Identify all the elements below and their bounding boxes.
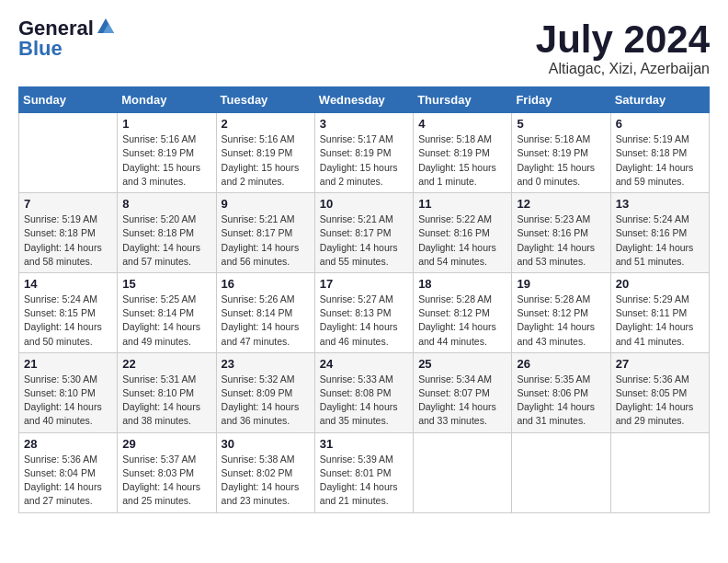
day-number: 8 — [122, 197, 210, 211]
day-info: Sunrise: 5:20 AM Sunset: 8:18 PM Dayligh… — [122, 213, 210, 269]
day-number: 13 — [616, 197, 704, 211]
calendar-week-3: 14Sunrise: 5:24 AM Sunset: 8:15 PM Dayli… — [19, 272, 710, 352]
day-number: 4 — [418, 117, 506, 131]
day-info: Sunrise: 5:21 AM Sunset: 8:17 PM Dayligh… — [320, 213, 408, 269]
day-number: 3 — [320, 117, 408, 131]
day-header-tuesday: Tuesday — [216, 87, 314, 113]
day-info: Sunrise: 5:34 AM Sunset: 8:07 PM Dayligh… — [418, 373, 506, 429]
day-number: 1 — [122, 117, 210, 131]
day-info: Sunrise: 5:31 AM Sunset: 8:10 PM Dayligh… — [122, 373, 210, 429]
day-info: Sunrise: 5:24 AM Sunset: 8:16 PM Dayligh… — [616, 213, 704, 269]
calendar-cell: 8Sunrise: 5:20 AM Sunset: 8:18 PM Daylig… — [118, 193, 216, 273]
day-header-saturday: Saturday — [610, 87, 709, 113]
day-info: Sunrise: 5:39 AM Sunset: 8:01 PM Dayligh… — [320, 453, 408, 509]
day-number: 28 — [24, 437, 112, 451]
location: Altiagac, Xizi, Azerbaijan — [536, 61, 710, 77]
calendar-cell: 31Sunrise: 5:39 AM Sunset: 8:01 PM Dayli… — [314, 432, 413, 512]
day-number: 5 — [517, 117, 605, 131]
day-header-friday: Friday — [512, 87, 610, 113]
day-number: 15 — [122, 277, 210, 291]
day-number: 27 — [616, 357, 704, 371]
calendar-cell: 29Sunrise: 5:37 AM Sunset: 8:03 PM Dayli… — [118, 432, 216, 512]
day-info: Sunrise: 5:29 AM Sunset: 8:11 PM Dayligh… — [616, 293, 704, 349]
logo-blue-text: Blue — [18, 39, 63, 59]
calendar-cell: 17Sunrise: 5:27 AM Sunset: 8:13 PM Dayli… — [314, 272, 413, 352]
calendar-cell: 7Sunrise: 5:19 AM Sunset: 8:18 PM Daylig… — [19, 193, 118, 273]
calendar-week-5: 28Sunrise: 5:36 AM Sunset: 8:04 PM Dayli… — [19, 432, 710, 512]
calendar-week-2: 7Sunrise: 5:19 AM Sunset: 8:18 PM Daylig… — [19, 193, 710, 273]
day-number: 10 — [320, 197, 408, 211]
day-info: Sunrise: 5:27 AM Sunset: 8:13 PM Dayligh… — [320, 293, 408, 349]
calendar-cell: 1Sunrise: 5:16 AM Sunset: 8:19 PM Daylig… — [118, 113, 216, 193]
calendar-cell: 24Sunrise: 5:33 AM Sunset: 8:08 PM Dayli… — [314, 352, 413, 432]
day-info: Sunrise: 5:26 AM Sunset: 8:14 PM Dayligh… — [222, 293, 310, 349]
day-number: 20 — [616, 277, 704, 291]
calendar-week-1: 1Sunrise: 5:16 AM Sunset: 8:19 PM Daylig… — [19, 113, 710, 193]
day-number: 7 — [24, 197, 112, 211]
calendar-cell — [512, 432, 610, 512]
calendar-cell: 21Sunrise: 5:30 AM Sunset: 8:10 PM Dayli… — [19, 352, 118, 432]
calendar-cell: 14Sunrise: 5:24 AM Sunset: 8:15 PM Dayli… — [19, 272, 118, 352]
day-info: Sunrise: 5:19 AM Sunset: 8:18 PM Dayligh… — [24, 213, 112, 269]
day-info: Sunrise: 5:16 AM Sunset: 8:19 PM Dayligh… — [222, 132, 310, 189]
title-section: July 2024 Altiagac, Xizi, Azerbaijan — [536, 18, 710, 77]
day-info: Sunrise: 5:22 AM Sunset: 8:16 PM Dayligh… — [418, 213, 506, 269]
day-number: 16 — [222, 277, 310, 291]
day-number: 19 — [517, 277, 605, 291]
calendar-cell: 25Sunrise: 5:34 AM Sunset: 8:07 PM Dayli… — [414, 352, 512, 432]
day-info: Sunrise: 5:33 AM Sunset: 8:08 PM Dayligh… — [320, 373, 408, 429]
calendar-cell: 30Sunrise: 5:38 AM Sunset: 8:02 PM Dayli… — [216, 432, 314, 512]
month-title: July 2024 — [536, 18, 710, 61]
day-number: 6 — [616, 117, 704, 131]
calendar-cell — [414, 432, 512, 512]
day-header-monday: Monday — [118, 87, 216, 113]
calendar-cell: 15Sunrise: 5:25 AM Sunset: 8:14 PM Dayli… — [118, 272, 216, 352]
day-info: Sunrise: 5:37 AM Sunset: 8:03 PM Dayligh… — [122, 453, 210, 509]
logo: General Blue — [18, 18, 116, 59]
logo-icon — [96, 17, 116, 37]
day-number: 14 — [24, 277, 112, 291]
calendar-cell: 6Sunrise: 5:19 AM Sunset: 8:18 PM Daylig… — [610, 113, 709, 193]
day-number: 22 — [122, 357, 210, 371]
calendar-cell: 27Sunrise: 5:36 AM Sunset: 8:05 PM Dayli… — [610, 352, 709, 432]
calendar-week-4: 21Sunrise: 5:30 AM Sunset: 8:10 PM Dayli… — [19, 352, 710, 432]
calendar-cell: 16Sunrise: 5:26 AM Sunset: 8:14 PM Dayli… — [216, 272, 314, 352]
calendar-cell: 11Sunrise: 5:22 AM Sunset: 8:16 PM Dayli… — [414, 193, 512, 273]
day-number: 23 — [222, 357, 310, 371]
calendar-cell: 13Sunrise: 5:24 AM Sunset: 8:16 PM Dayli… — [610, 193, 709, 273]
calendar-cell — [19, 113, 118, 193]
day-number: 29 — [122, 437, 210, 451]
calendar-header-row: SundayMondayTuesdayWednesdayThursdayFrid… — [19, 87, 710, 113]
calendar-cell: 23Sunrise: 5:32 AM Sunset: 8:09 PM Dayli… — [216, 352, 314, 432]
day-number: 31 — [320, 437, 408, 451]
day-number: 17 — [320, 277, 408, 291]
day-info: Sunrise: 5:24 AM Sunset: 8:15 PM Dayligh… — [24, 293, 112, 349]
day-info: Sunrise: 5:32 AM Sunset: 8:09 PM Dayligh… — [222, 373, 310, 429]
calendar-cell — [610, 432, 709, 512]
day-info: Sunrise: 5:36 AM Sunset: 8:05 PM Dayligh… — [616, 373, 704, 429]
day-info: Sunrise: 5:19 AM Sunset: 8:18 PM Dayligh… — [616, 132, 704, 189]
calendar-cell: 5Sunrise: 5:18 AM Sunset: 8:19 PM Daylig… — [512, 113, 610, 193]
day-info: Sunrise: 5:23 AM Sunset: 8:16 PM Dayligh… — [517, 213, 605, 269]
calendar-cell: 2Sunrise: 5:16 AM Sunset: 8:19 PM Daylig… — [216, 113, 314, 193]
day-info: Sunrise: 5:28 AM Sunset: 8:12 PM Dayligh… — [517, 293, 605, 349]
day-number: 21 — [24, 357, 112, 371]
day-number: 26 — [517, 357, 605, 371]
calendar-cell: 22Sunrise: 5:31 AM Sunset: 8:10 PM Dayli… — [118, 352, 216, 432]
day-number: 12 — [517, 197, 605, 211]
calendar-cell: 12Sunrise: 5:23 AM Sunset: 8:16 PM Dayli… — [512, 193, 610, 273]
day-header-sunday: Sunday — [19, 87, 118, 113]
day-info: Sunrise: 5:38 AM Sunset: 8:02 PM Dayligh… — [222, 453, 310, 509]
logo-general-text: General — [18, 18, 94, 39]
day-info: Sunrise: 5:35 AM Sunset: 8:06 PM Dayligh… — [517, 373, 605, 429]
day-info: Sunrise: 5:30 AM Sunset: 8:10 PM Dayligh… — [24, 373, 112, 429]
calendar-table: SundayMondayTuesdayWednesdayThursdayFrid… — [18, 86, 710, 512]
day-info: Sunrise: 5:21 AM Sunset: 8:17 PM Dayligh… — [222, 213, 310, 269]
page-header: General Blue July 2024 Altiagac, Xizi, A… — [18, 18, 710, 77]
day-info: Sunrise: 5:17 AM Sunset: 8:19 PM Dayligh… — [320, 132, 408, 189]
day-number: 18 — [418, 277, 506, 291]
day-number: 24 — [320, 357, 408, 371]
calendar-cell: 20Sunrise: 5:29 AM Sunset: 8:11 PM Dayli… — [610, 272, 709, 352]
day-number: 30 — [222, 437, 310, 451]
day-number: 2 — [222, 117, 310, 131]
